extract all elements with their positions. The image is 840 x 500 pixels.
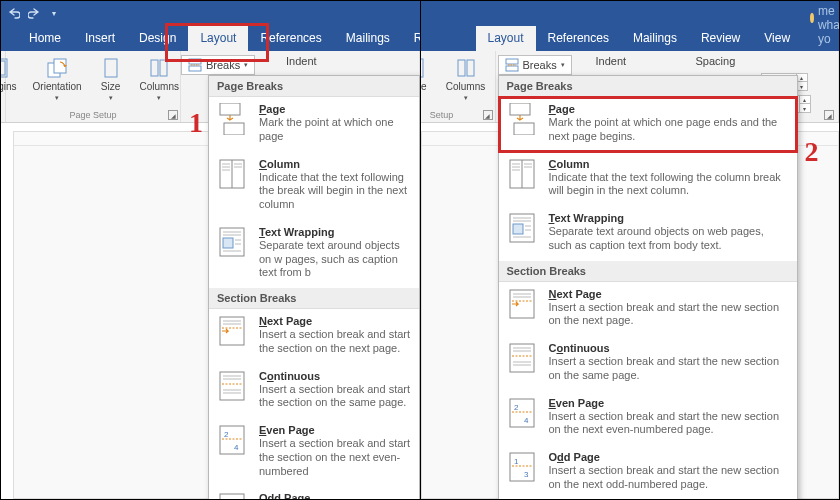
breaks-icon (188, 58, 202, 72)
redo-icon[interactable] (27, 6, 41, 20)
menu-item-next-page[interactable]: Next Page Insert a section break and sta… (499, 282, 797, 337)
margins-button[interactable]: Margins ▾ (0, 55, 21, 104)
chevron-down-icon: ▾ (561, 61, 565, 69)
mi-nextpage-desc: Insert a section break and start the new… (549, 301, 789, 329)
next-page-icon (507, 288, 539, 320)
annotation-number-1: 1 (189, 107, 203, 139)
ribbon-tabs: Layout References Mailings Review View T… (421, 25, 840, 51)
spin-up-icon[interactable]: ▴ (800, 96, 810, 104)
tab-layout[interactable]: Layout (188, 26, 248, 51)
breaks-button[interactable]: Breaks ▾ (498, 55, 572, 75)
mi-page-desc: Mark the point at which one page (259, 116, 411, 144)
size-icon (421, 57, 428, 79)
margins-label: Margins (0, 81, 17, 92)
mi-continuous-desc: Insert a section break and start the sec… (259, 383, 411, 411)
lightbulb-icon (810, 13, 814, 23)
tab-view[interactable]: View (752, 26, 802, 51)
menu-item-even-page[interactable]: Even Page Insert a section break and sta… (209, 418, 419, 486)
dialog-launcher-icon[interactable]: ◢ (824, 110, 834, 120)
spin-up-icon[interactable]: ▴ (797, 74, 807, 82)
menu-item-odd-page[interactable]: Odd Page Insert a section break and star… (209, 486, 419, 500)
menu-item-continuous[interactable]: Continuous Insert a section break and st… (499, 336, 797, 391)
tab-references[interactable]: References (536, 26, 621, 51)
mi-even-desc: Insert a section break and start the new… (549, 410, 789, 438)
size-button[interactable]: Size ▾ (94, 55, 128, 104)
tab-mailings[interactable]: Mailings (621, 26, 689, 51)
tab-insert[interactable]: Insert (73, 26, 127, 51)
tab-home[interactable]: Home (17, 26, 73, 51)
size-button[interactable]: Size ▾ (421, 55, 434, 104)
chevron-down-icon: ▾ (157, 94, 161, 102)
menu-item-text-wrapping[interactable]: Text Wrapping Separate text around objec… (209, 220, 419, 288)
undo-icon[interactable] (7, 6, 21, 20)
even-page-icon (507, 397, 539, 429)
menu-item-page[interactable]: PPageage Mark the point at which one pag… (209, 97, 419, 152)
size-label: Size (101, 81, 120, 92)
tab-design[interactable]: Design (127, 26, 188, 51)
continuous-icon (217, 370, 249, 402)
tab-mailings[interactable]: Mailings (334, 26, 402, 51)
mi-column-desc: Indicate that the text following the bre… (259, 171, 411, 212)
breaks-menu: Page Breaks Page Mark the point at which… (498, 75, 798, 500)
spacing-heading: Spacing (696, 55, 736, 67)
group-page-setup: Size ▾ Columns ▾ Setup ◢ (421, 51, 496, 122)
column-break-icon (507, 158, 539, 190)
menu-item-continuous[interactable]: Continuous Insert a section break and st… (209, 364, 419, 419)
page-break-icon (507, 103, 539, 135)
breaks-menu: Page Breaks PPageage Mark the point at w… (208, 75, 420, 500)
tab-layout[interactable]: Layout (476, 26, 536, 51)
menu-item-page[interactable]: Page Mark the point at which one page en… (499, 97, 797, 152)
menu-header-section-breaks: Section Breaks (499, 261, 797, 282)
spin-down-icon[interactable]: ▾ (797, 82, 807, 90)
breaks-icon (505, 58, 519, 72)
menu-header-page-breaks: Page Breaks (209, 76, 419, 97)
menu-item-column[interactable]: Column Indicate that the text following … (499, 152, 797, 207)
breaks-button[interactable]: Breaks ▾ (181, 55, 255, 75)
chevron-down-icon: ▾ (109, 94, 113, 102)
orientation-button[interactable]: Orientation ▾ (29, 55, 86, 104)
columns-icon (148, 57, 170, 79)
chevron-down-icon: ▾ (0, 94, 1, 102)
menu-header-page-breaks: Page Breaks (499, 76, 797, 97)
mi-column-desc: Indicate that the text following the col… (549, 171, 789, 199)
qat-customize-icon[interactable]: ▾ (47, 6, 61, 20)
even-page-icon (217, 424, 249, 456)
odd-page-icon (217, 492, 249, 500)
menu-item-text-wrapping[interactable]: Text Wrapping Separate text around objec… (499, 206, 797, 261)
chevron-down-icon: ▾ (464, 94, 468, 102)
mi-odd-desc: Insert a section break and start the new… (549, 464, 789, 492)
menu-item-next-page[interactable]: Next Page Insert a section break and sta… (209, 309, 419, 364)
group-page-setup: Margins ▾ Orientation ▾ Size ▾ Columns ▾ (6, 51, 181, 122)
tab-review[interactable]: Review (402, 26, 421, 51)
mi-page-desc: Mark the point at which one page ends an… (549, 116, 789, 144)
mi-continuous-desc: Insert a section break and start the new… (549, 355, 789, 383)
continuous-icon (507, 342, 539, 374)
dialog-launcher-icon[interactable]: ◢ (168, 110, 178, 120)
group-name-page-setup: Page Setup (69, 108, 116, 120)
columns-button[interactable]: Columns ▾ (136, 55, 183, 104)
menu-item-even-page[interactable]: Even Page Insert a section break and sta… (499, 391, 797, 446)
page-break-icon (217, 103, 249, 135)
ribbon-tabs: Home Insert Design Layout References Mai… (1, 25, 420, 51)
orientation-icon (46, 57, 68, 79)
size-label: Size (421, 81, 427, 92)
indent-heading: Indent (596, 55, 627, 67)
orientation-label: Orientation (33, 81, 82, 92)
pane-left: ▾ Home Insert Design Layout References M… (0, 0, 421, 500)
menu-item-column[interactable]: Column Indicate that the text following … (209, 152, 419, 220)
spin-down-icon[interactable]: ▾ (800, 104, 810, 112)
text-wrapping-icon (507, 212, 539, 244)
group-name-setup: Setup (430, 108, 454, 120)
dialog-launcher-icon[interactable]: ◢ (483, 110, 493, 120)
chevron-down-icon: ▾ (55, 94, 59, 102)
tell-me-box[interactable]: Tell me what yo (802, 0, 840, 51)
columns-label: Columns (140, 81, 179, 92)
column-break-icon (217, 158, 249, 190)
tab-references[interactable]: References (248, 26, 333, 51)
annotation-number-2: 2 (805, 136, 819, 168)
columns-button[interactable]: Columns ▾ (442, 55, 489, 104)
tab-review[interactable]: Review (689, 26, 752, 51)
menu-item-odd-page[interactable]: Odd Page Insert a section break and star… (499, 445, 797, 500)
mi-wrap-desc: Separate text around objects on web page… (549, 225, 789, 253)
odd-page-icon (507, 451, 539, 483)
